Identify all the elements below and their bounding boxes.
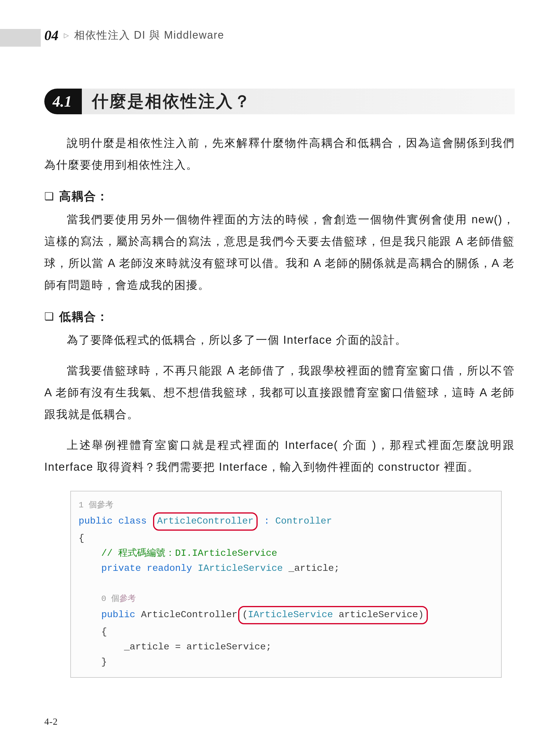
page-number: 4-2 <box>44 716 58 727</box>
code-block: 1 個參考 public class ArticleController : C… <box>70 491 502 678</box>
chapter-number: 04 <box>44 27 59 43</box>
code-line: { <box>79 531 493 546</box>
code-line: private readonly IArticleService _articl… <box>79 561 493 576</box>
triangle-icon: ▷ <box>64 31 69 39</box>
code-line: // 程式碼編號：DI.IArticleService <box>79 546 493 561</box>
code-line: public class ArticleController : Control… <box>79 512 493 530</box>
chapter-header: 04 ▷ 相依性注入 DI 與 Middleware <box>44 27 224 43</box>
highlight-circle: ArticleController <box>153 512 258 530</box>
code-line: } <box>79 655 493 669</box>
intro-paragraph: 說明什麼是相依性注入前，先來解釋什麼物件高耦合和低耦合，因為這會關係到我們為什麼… <box>44 132 515 176</box>
section-title: 什麼是相依性注入？ <box>92 90 251 113</box>
high-coupling-paragraph: 當我們要使用另外一個物件裡面的方法的時候，會創造一個物件實例會使用 new()，… <box>44 208 515 296</box>
bullet-square-icon: ❏ <box>44 190 54 203</box>
code-line <box>79 576 493 591</box>
code-line: { <box>79 624 493 639</box>
bullet-square-icon: ❏ <box>44 311 54 323</box>
section-number-badge: 4.1 <box>44 89 82 114</box>
code-line: public ArticleController(IArticleService… <box>79 606 493 624</box>
highlight-circle: (IArticleService articleService) <box>238 606 428 624</box>
subheading-low-coupling: ❏ 低耦合： <box>44 308 515 325</box>
chapter-title: 相依性注入 DI 與 Middleware <box>74 28 224 43</box>
code-reference-count: 0 個參考 <box>101 594 136 603</box>
section-heading: 4.1 什麼是相依性注入？ <box>44 89 515 114</box>
header-accent-bar <box>0 29 41 47</box>
subheading-high-coupling: ❏ 高耦合： <box>44 188 515 204</box>
code-line: _article = articleService; <box>79 639 493 655</box>
subheading-title: 高耦合： <box>59 188 109 204</box>
subheading-title: 低耦合： <box>59 308 109 325</box>
low-coupling-p2: 當我要借籃球時，不再只能跟 A 老師借了，我跟學校裡面的體育室窗口借，所以不管 … <box>44 360 515 425</box>
section-title-wrap: 什麼是相依性注入？ <box>82 89 515 114</box>
low-coupling-p3: 上述舉例裡體育室窗口就是程式裡面的 Interface( 介面 )，那程式裡面怎… <box>44 434 515 478</box>
body-content: 說明什麼是相依性注入前，先來解釋什麼物件高耦合和低耦合，因為這會關係到我們為什麼… <box>44 132 515 678</box>
code-reference-count: 1 個參考 <box>79 501 113 510</box>
low-coupling-p1: 為了要降低程式的低耦合，所以多了一個 Interface 介面的設計。 <box>44 329 515 351</box>
page: 04 ▷ 相依性注入 DI 與 Middleware 4.1 什麼是相依性注入？… <box>0 0 559 756</box>
